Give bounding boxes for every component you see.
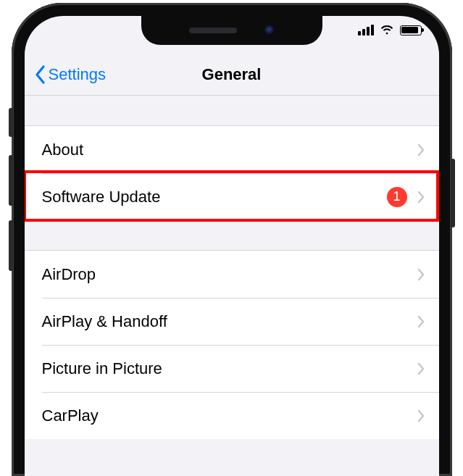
row-airplay-handoff[interactable]: AirPlay & Handoff bbox=[25, 298, 439, 345]
status-bar bbox=[358, 25, 422, 36]
row-label: About bbox=[42, 141, 417, 159]
notification-badge: 1 bbox=[387, 187, 407, 207]
row-label: AirDrop bbox=[42, 265, 417, 284]
side-button bbox=[451, 159, 455, 227]
section-spacer bbox=[25, 220, 439, 251]
mute-switch bbox=[9, 108, 13, 137]
row-carplay[interactable]: CarPlay bbox=[25, 392, 439, 439]
chevron-right-icon bbox=[417, 362, 425, 375]
row-picture-in-picture[interactable]: Picture in Picture bbox=[25, 345, 439, 392]
chevron-right-icon bbox=[417, 143, 425, 156]
back-label: Settings bbox=[49, 65, 107, 84]
wifi-icon bbox=[380, 25, 394, 36]
battery-icon bbox=[400, 25, 422, 36]
chevron-left-icon bbox=[35, 65, 46, 84]
chevron-right-icon bbox=[417, 268, 425, 281]
row-label: CarPlay bbox=[42, 406, 417, 425]
row-software-update[interactable]: Software Update 1 bbox=[25, 173, 439, 220]
volume-up-button bbox=[9, 155, 13, 206]
row-about[interactable]: About bbox=[25, 126, 439, 173]
front-camera bbox=[264, 25, 275, 36]
row-label: Software Update bbox=[42, 188, 387, 206]
section-spacer bbox=[25, 96, 439, 126]
notch bbox=[141, 16, 322, 45]
screen: Settings General About Software Update 1… bbox=[25, 16, 439, 476]
row-label: Picture in Picture bbox=[42, 359, 417, 378]
chevron-right-icon bbox=[417, 315, 425, 328]
chevron-right-icon bbox=[417, 409, 425, 422]
row-label: AirPlay & Handoff bbox=[42, 312, 417, 331]
phone-frame: Settings General About Software Update 1… bbox=[12, 3, 452, 476]
speaker-grille bbox=[189, 28, 237, 33]
chevron-right-icon bbox=[417, 191, 425, 204]
back-button[interactable]: Settings bbox=[25, 65, 107, 84]
navigation-bar: Settings General bbox=[25, 54, 439, 96]
cellular-signal-icon bbox=[358, 25, 374, 36]
row-airdrop[interactable]: AirDrop bbox=[25, 251, 439, 298]
volume-down-button bbox=[9, 220, 13, 271]
